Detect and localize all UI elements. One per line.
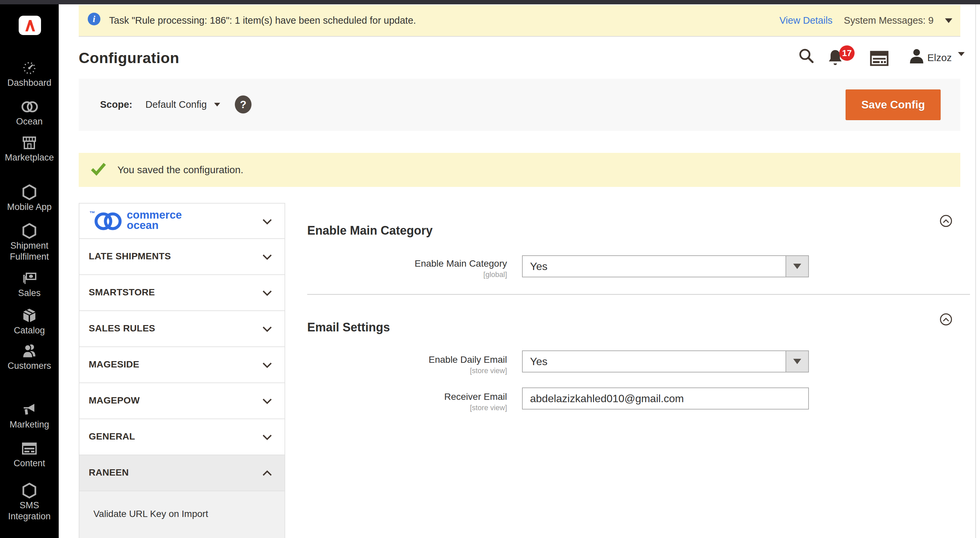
adobe-logo[interactable] <box>19 16 41 35</box>
info-icon: i <box>88 13 100 26</box>
field-label-enable-main-category: Enable Main Category <box>307 258 507 269</box>
receiver-email-input[interactable] <box>522 388 809 410</box>
config-nav-section-sales-rules[interactable]: SALES RULES <box>80 311 285 347</box>
sidebar-item-content[interactable]: Content <box>0 441 59 469</box>
scope-switcher[interactable]: Default Config <box>145 99 220 110</box>
caret-down-icon <box>793 263 801 269</box>
sidebar-item-label: Customers <box>0 361 59 372</box>
select-caret-button[interactable] <box>786 351 808 372</box>
user-menu-caret-icon[interactable] <box>958 56 965 62</box>
config-nav-panel: ™ commerce ocean LATE SHIPMENTS SMARTSTO… <box>79 203 285 538</box>
field-scope-store-view: [store view] <box>307 404 507 412</box>
billing-agreements-icon[interactable] <box>870 51 889 67</box>
chevron-down-icon <box>262 434 272 442</box>
marketplace-icon <box>0 135 59 150</box>
bar-chart-icon <box>0 534 59 538</box>
window-top-strip <box>0 0 980 4</box>
success-message: You saved the configuration. <box>79 153 960 187</box>
dashboard-icon <box>0 61 59 76</box>
config-nav-item-validate-url-key[interactable]: Validate URL Key on Import <box>80 491 285 538</box>
success-message-text: You saved the configuration. <box>118 164 243 176</box>
section-divider <box>307 294 970 295</box>
scope-help-button[interactable]: ? <box>235 96 251 113</box>
notification-count-badge[interactable]: 17 <box>839 45 854 61</box>
system-message-text: Task "Rule processing: 186": 1 item(s) h… <box>109 5 416 36</box>
field-label-enable-daily-email: Enable Daily Email <box>307 354 507 365</box>
ocean-icon <box>0 99 59 115</box>
enable-main-category-select[interactable]: Yes <box>522 255 809 277</box>
nav-section-label: LATE SHIPMENTS <box>89 251 171 262</box>
sidebar-item-label: Shipment Fulfilment <box>0 240 59 262</box>
scope-label: Scope: <box>100 99 132 110</box>
user-avatar-icon[interactable] <box>908 47 925 66</box>
sidebar-item-label: Marketplace <box>0 152 59 163</box>
view-details-link[interactable]: View Details <box>780 15 832 26</box>
chevron-down-icon <box>262 362 272 370</box>
sidebar-item-dashboard[interactable]: Dashboard <box>0 61 59 88</box>
collapse-section-button[interactable] <box>940 215 952 227</box>
collapse-section-button[interactable] <box>940 313 952 326</box>
search-icon[interactable] <box>798 47 815 65</box>
sidebar-item-ocean[interactable]: Ocean <box>0 99 59 127</box>
enable-daily-email-select[interactable]: Yes <box>522 350 809 372</box>
customers-icon <box>0 343 59 359</box>
sidebar-item-label: Catalog <box>0 325 59 336</box>
success-check-icon <box>91 163 106 177</box>
nav-section-label: MAGEPOW <box>89 395 140 406</box>
sidebar-item-sales[interactable]: Sales <box>0 271 59 299</box>
sidebar-item-label: Ocean <box>0 116 59 127</box>
select-value: Yes <box>530 351 547 372</box>
section-title-enable-main-category: Enable Main Category <box>307 224 433 238</box>
system-messages-count[interactable]: System Messages: 9 <box>844 15 934 26</box>
select-caret-button[interactable] <box>786 256 808 277</box>
system-messages-caret-icon[interactable] <box>945 18 952 23</box>
config-nav-section-smartstore[interactable]: SMARTSTORE <box>80 275 285 311</box>
field-scope-store-view: [store view] <box>307 366 507 375</box>
nav-section-label: GENERAL <box>89 431 135 442</box>
chevron-down-icon <box>262 326 272 334</box>
marketing-icon <box>0 402 59 418</box>
scope-caret-icon <box>214 103 220 107</box>
sidebar-item-sms-integration[interactable]: SMS Integration <box>0 483 59 522</box>
field-scope-global: [global] <box>307 270 507 279</box>
brand-line1: commerce <box>127 209 182 220</box>
sidebar-item-label: Marketing <box>0 419 59 430</box>
config-nav-section-magepow[interactable]: MAGEPOW <box>80 383 285 419</box>
sidebar-item-marketing[interactable]: Marketing <box>0 402 59 430</box>
scrollbar-track[interactable] <box>975 4 976 538</box>
sales-icon <box>0 271 59 286</box>
commerce-ocean-logo-icon <box>94 211 127 233</box>
chevron-down-icon <box>262 398 272 406</box>
sidebar-item-label: Mobile App <box>0 201 59 212</box>
chevron-down-icon <box>262 218 272 226</box>
config-nav-section-mageside[interactable]: MAGESIDE <box>80 347 285 383</box>
chevron-down-icon <box>262 254 272 262</box>
sidebar-item-reports-partial[interactable] <box>0 534 59 538</box>
config-nav-section-raneen[interactable]: RANEEN <box>80 455 285 491</box>
config-nav-section-general[interactable]: GENERAL <box>80 419 285 455</box>
sidebar-item-shipment-fulfilment[interactable]: Shipment Fulfilment <box>0 223 59 262</box>
caret-down-icon <box>793 359 801 364</box>
sms-integration-icon <box>0 483 59 498</box>
nav-child-label: Validate URL Key on Import <box>94 509 208 519</box>
system-message-bar: i Task "Rule processing: 186": 1 item(s)… <box>79 5 960 37</box>
sidebar-item-mobile-app[interactable]: Mobile App <box>0 185 59 212</box>
nav-section-label: RANEEN <box>89 467 129 478</box>
catalog-icon <box>0 308 59 323</box>
sidebar-item-marketplace[interactable]: Marketplace <box>0 135 59 163</box>
scope-toolbar: Scope: Default Config ? Save Config <box>79 79 960 131</box>
nav-section-label: SALES RULES <box>89 323 155 334</box>
sidebar-item-catalog[interactable]: Catalog <box>0 308 59 336</box>
config-nav-brand-row[interactable]: ™ commerce ocean <box>80 204 285 239</box>
brand-line2: ocean <box>127 220 182 230</box>
scope-value: Default Config <box>145 99 207 110</box>
nav-section-label: SMARTSTORE <box>89 287 155 298</box>
sidebar-item-customers[interactable]: Customers <box>0 343 59 372</box>
chevron-down-icon <box>262 290 272 298</box>
mobile-app-icon <box>0 185 59 200</box>
section-title-email-settings: Email Settings <box>307 320 390 334</box>
save-config-button[interactable]: Save Config <box>846 89 941 120</box>
user-menu-name[interactable]: Elzoz <box>927 52 951 64</box>
config-nav-section-late-shipments[interactable]: LATE SHIPMENTS <box>80 239 285 275</box>
adobe-a-icon <box>23 19 37 32</box>
